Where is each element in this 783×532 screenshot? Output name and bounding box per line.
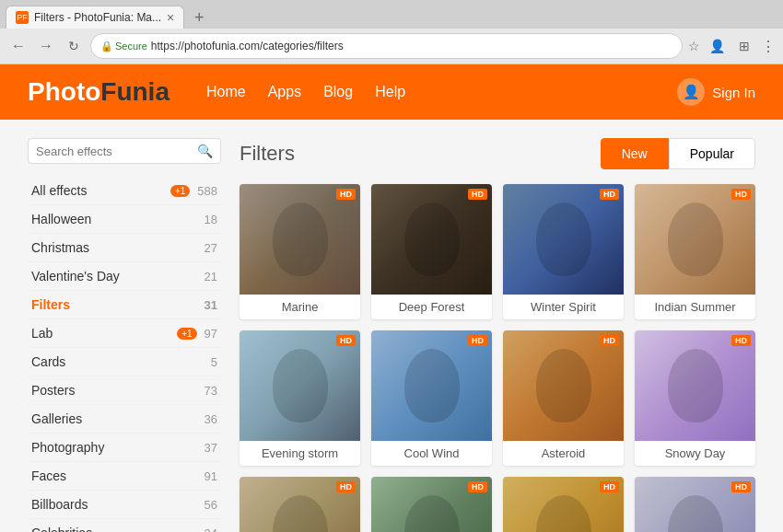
face-overlay: [240, 330, 360, 441]
main-layout: 🔍 All effects+1588Halloween18Christmas27…: [0, 120, 783, 532]
filter-image-inner: [371, 330, 492, 441]
filter-card[interactable]: HDIndian Summer: [635, 184, 755, 319]
nav-blog[interactable]: Blog: [323, 84, 353, 100]
sidebar-item-label: Filters: [31, 297, 201, 312]
logo-text: PhotoFunia: [28, 77, 169, 106]
tab-favicon: PF: [16, 11, 29, 24]
profile-button[interactable]: 👤: [706, 35, 728, 57]
sidebar-item-celebrities[interactable]: Celebrities24: [28, 519, 221, 532]
lock-icon: 🔒: [100, 40, 113, 52]
sidebar-item-label: Celebrities: [31, 526, 201, 532]
sign-in-area[interactable]: 👤 Sign In: [677, 78, 755, 106]
filter-image: HD: [635, 477, 755, 532]
filter-name: Snowy Day: [635, 441, 755, 466]
sidebar-item-galleries[interactable]: Galleries36: [28, 405, 221, 434]
search-box[interactable]: 🔍: [28, 138, 221, 164]
sidebar-item-posters[interactable]: Posters73: [28, 376, 221, 405]
sidebar-item-all-effects[interactable]: All effects+1588: [28, 177, 221, 205]
filter-image-inner: [240, 330, 360, 441]
sidebar-item-label: Faces: [31, 468, 201, 483]
bookmark-button[interactable]: ☆: [688, 39, 700, 53]
filter-name: Deep Forest: [371, 295, 492, 319]
filter-name: Winter Spirit: [503, 295, 624, 319]
hd-badge: HD: [731, 481, 751, 492]
forward-button[interactable]: →: [35, 35, 57, 57]
filter-image: HD: [371, 330, 492, 441]
filter-image-inner: [503, 184, 624, 295]
sort-new-button[interactable]: New: [601, 138, 669, 169]
sidebar-item-halloween[interactable]: Halloween18: [28, 205, 221, 234]
filter-name: Evening storm: [240, 441, 360, 466]
filter-image-inner: [635, 184, 755, 295]
sidebar-count: 5: [211, 355, 217, 369]
filter-name: Asteroid: [503, 441, 624, 466]
new-tab-button[interactable]: +: [188, 6, 210, 29]
sidebar-count: 37: [205, 441, 217, 455]
sidebar-item-valentine-s-day[interactable]: Valentine's Day21: [28, 262, 221, 291]
tab-close-button[interactable]: ×: [167, 10, 174, 25]
sidebar-item-photography[interactable]: Photography37: [28, 434, 221, 462]
sidebar-count: 73: [205, 384, 217, 398]
hd-badge: HD: [336, 335, 356, 346]
back-button[interactable]: ←: [7, 35, 29, 57]
nav-home[interactable]: Home: [206, 84, 246, 100]
sidebar-item-faces[interactable]: Faces91: [28, 462, 221, 491]
logo[interactable]: PhotoFunia: [28, 77, 169, 107]
hd-badge: HD: [336, 189, 356, 200]
sidebar-count: 588: [197, 184, 217, 198]
sidebar-item-christmas[interactable]: Christmas27: [28, 234, 221, 262]
filter-card[interactable]: HD: [635, 477, 755, 532]
filter-image: HD: [503, 184, 624, 295]
sort-popular-button[interactable]: Popular: [669, 138, 755, 169]
hd-badge: HD: [336, 481, 356, 492]
menu-button[interactable]: ⋮: [761, 38, 776, 55]
sidebar-item-filters[interactable]: Filters31: [28, 291, 221, 319]
filter-card[interactable]: HDAsteroid: [503, 330, 624, 466]
sidebar-item-cards[interactable]: Cards5: [28, 348, 221, 376]
extensions-button[interactable]: ⊞: [733, 35, 755, 57]
filter-card[interactable]: HD: [371, 477, 492, 532]
sidebar-count: 97: [205, 327, 217, 341]
filter-image-inner: [503, 330, 624, 441]
main-nav: Home Apps Blog Help: [206, 84, 405, 100]
face-overlay: [240, 184, 360, 295]
nav-help[interactable]: Help: [375, 84, 405, 100]
hd-badge: HD: [468, 335, 487, 346]
hd-badge: HD: [731, 189, 751, 200]
sidebar-count: 56: [205, 498, 217, 512]
user-icon: 👤: [677, 78, 705, 106]
filter-card[interactable]: HDMarine: [240, 184, 360, 319]
content-area: Filters New Popular HDMarineHDDeep Fores…: [240, 138, 755, 532]
refresh-button[interactable]: ↻: [63, 35, 85, 57]
url-bar[interactable]: 🔒 Secure https://photofunia.com/categori…: [90, 33, 683, 59]
filter-card[interactable]: HDDeep Forest: [371, 184, 492, 319]
site-header: PhotoFunia Home Apps Blog Help 👤 Sign In: [0, 64, 783, 120]
search-input[interactable]: [36, 145, 197, 158]
active-tab[interactable]: PF Filters - PhotoFunia: Ma... ×: [6, 6, 184, 29]
filter-card[interactable]: HDCool Wind: [371, 330, 492, 466]
sidebar-item-label: Posters: [31, 383, 201, 398]
filter-card[interactable]: HDWinter Spirit: [503, 184, 624, 319]
sidebar-count: 91: [205, 469, 217, 483]
filter-image: HD: [240, 184, 360, 295]
filter-card[interactable]: HDSnowy Day: [635, 330, 755, 466]
filter-card[interactable]: HDEvening storm: [240, 330, 360, 466]
url-text: https://photofunia.com/categories/filter…: [151, 40, 672, 52]
sidebar-item-label: Galleries: [31, 411, 201, 426]
sidebar-item-label: Cards: [31, 354, 207, 369]
sidebar-item-billboards[interactable]: Billboards56: [28, 491, 221, 519]
hd-badge: HD: [731, 335, 751, 346]
new-badge: +1: [170, 185, 190, 197]
sidebar-item-lab[interactable]: Lab+197: [28, 319, 221, 348]
face-overlay: [635, 330, 755, 441]
filter-card[interactable]: HD: [503, 477, 624, 532]
sign-in-label: Sign In: [712, 85, 755, 100]
nav-apps[interactable]: Apps: [268, 84, 301, 100]
filter-image: HD: [635, 184, 755, 295]
sidebar-count: 31: [205, 298, 217, 312]
sort-buttons: New Popular: [601, 138, 755, 169]
sidebar-count: 27: [205, 241, 217, 255]
sidebar-item-label: Halloween: [31, 212, 201, 226]
filter-image-inner: [635, 330, 755, 441]
filter-card[interactable]: HD: [240, 477, 360, 532]
